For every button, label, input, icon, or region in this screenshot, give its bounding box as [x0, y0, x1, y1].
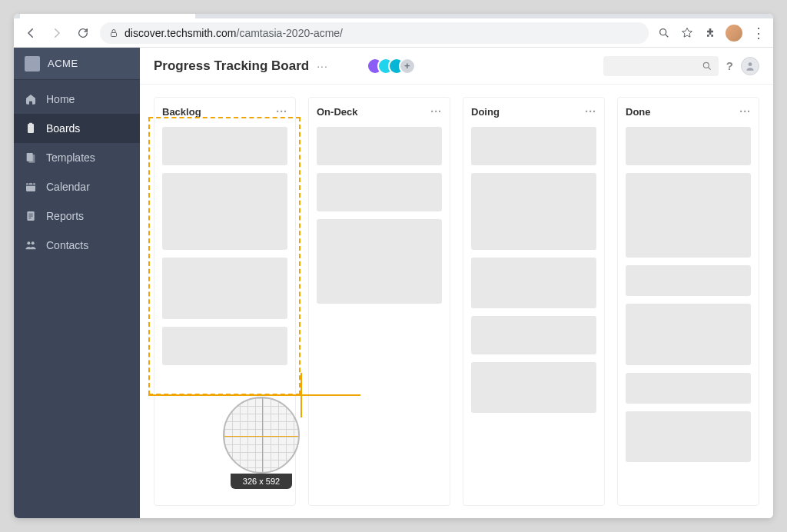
clipboard-icon — [25, 122, 37, 135]
card[interactable] — [317, 173, 442, 211]
card[interactable] — [317, 219, 442, 304]
svg-point-10 — [27, 241, 30, 244]
column-more-icon[interactable]: ··· — [739, 105, 751, 118]
svg-point-3 — [660, 28, 666, 35]
sidebar-item-label: Contacts — [46, 239, 88, 251]
sidebar-nav: HomeBoardsTemplatesCalendarReportsContac… — [14, 80, 140, 260]
card[interactable] — [626, 173, 751, 258]
column-doing: Doing··· — [463, 97, 605, 506]
main: Progress Tracking Board ··· + ? Backlog·… — [140, 48, 773, 518]
card[interactable] — [162, 258, 287, 319]
card[interactable] — [162, 327, 287, 365]
reports-icon — [25, 210, 37, 222]
browser-tab[interactable]: https://discover.techsmith.com/c × — [20, 14, 195, 18]
url-path: /camtasia-2020-acme/ — [237, 27, 344, 39]
card[interactable] — [471, 127, 596, 165]
column-title: Done — [626, 106, 651, 118]
card[interactable] — [626, 265, 751, 296]
search-icon — [702, 61, 712, 71]
app-root: ACME HomeBoardsTemplatesCalendarReportsC… — [14, 48, 773, 518]
address-bar[interactable]: discover.techsmith.com/camtasia-2020-acm… — [100, 22, 649, 44]
sidebar-item-home[interactable]: Home — [14, 85, 140, 114]
sidebar-item-label: Templates — [46, 151, 95, 164]
column-more-icon[interactable]: ··· — [276, 105, 287, 118]
svg-rect-2 — [111, 32, 117, 36]
tab-strip: https://discover.techsmith.com/c × — [14, 14, 773, 18]
search-input[interactable] — [603, 56, 719, 76]
sidebar-item-label: Reports — [46, 210, 84, 222]
column-done: Done··· — [617, 97, 759, 506]
home-icon — [25, 93, 37, 105]
zoom-icon[interactable] — [656, 25, 672, 41]
reload-button[interactable] — [74, 24, 92, 42]
column-title: Backlog — [162, 106, 201, 118]
column-more-icon[interactable]: ··· — [430, 105, 442, 118]
column-title: Doing — [471, 106, 500, 118]
brand-header[interactable]: ACME — [14, 48, 140, 80]
sidebar: ACME HomeBoardsTemplatesCalendarReportsC… — [14, 48, 140, 518]
column-on-deck: On-Deck··· — [308, 97, 450, 506]
card[interactable] — [471, 316, 596, 354]
card[interactable] — [317, 127, 442, 165]
column-header: Done··· — [626, 105, 751, 119]
sidebar-item-contacts[interactable]: Contacts — [14, 231, 140, 260]
add-collaborator-button[interactable]: + — [399, 58, 416, 75]
templates-icon — [25, 151, 37, 164]
card[interactable] — [162, 173, 287, 250]
contacts-icon — [25, 239, 37, 251]
collaborators: + — [367, 58, 416, 75]
svg-point-12 — [703, 62, 709, 68]
topbar: Progress Tracking Board ··· + ? — [140, 48, 773, 85]
svg-rect-4 — [28, 124, 34, 133]
brand-name: ACME — [48, 58, 78, 69]
column-title: On-Deck — [317, 106, 357, 118]
browser-menu-icon[interactable]: ⋮ — [750, 25, 765, 41]
svg-point-13 — [749, 62, 752, 66]
card[interactable] — [471, 362, 596, 413]
back-button[interactable] — [22, 24, 40, 42]
svg-rect-5 — [29, 123, 32, 125]
browser-toolbar: discover.techsmith.com/camtasia-2020-acm… — [14, 18, 773, 48]
title-more-icon[interactable]: ··· — [317, 60, 328, 72]
sidebar-item-calendar[interactable]: Calendar — [14, 172, 140, 201]
card[interactable] — [162, 127, 287, 165]
url-domain: discover.techsmith.com — [125, 27, 237, 39]
star-icon[interactable] — [679, 25, 695, 41]
new-tab-button[interactable] — [200, 14, 221, 17]
browser-window: https://discover.techsmith.com/c × di — [14, 14, 773, 518]
brand-logo — [25, 56, 40, 71]
calendar-icon — [25, 181, 37, 193]
sidebar-item-label: Boards — [46, 122, 80, 135]
card[interactable] — [626, 127, 751, 165]
card[interactable] — [626, 304, 751, 365]
card[interactable] — [626, 411, 751, 462]
extensions-icon[interactable] — [702, 25, 718, 41]
column-more-icon[interactable]: ··· — [585, 105, 596, 118]
sidebar-item-boards[interactable]: Boards — [14, 114, 140, 143]
svg-rect-7 — [28, 155, 35, 163]
column-header: On-Deck··· — [317, 105, 442, 119]
person-icon — [745, 61, 755, 71]
card[interactable] — [626, 373, 751, 404]
card[interactable] — [471, 258, 596, 308]
svg-rect-8 — [26, 183, 35, 191]
lock-icon — [109, 28, 118, 38]
user-avatar[interactable] — [741, 57, 759, 75]
forward-button[interactable] — [48, 24, 66, 42]
board: Backlog···On-Deck···Doing···Done··· — [140, 85, 773, 518]
help-button[interactable]: ? — [726, 59, 733, 72]
sidebar-item-reports[interactable]: Reports — [14, 201, 140, 231]
column-header: Backlog··· — [162, 105, 287, 119]
sidebar-item-label: Calendar — [46, 181, 90, 193]
column-header: Doing··· — [471, 105, 596, 119]
card[interactable] — [471, 173, 596, 250]
column-backlog: Backlog··· — [154, 97, 296, 506]
sidebar-item-templates[interactable]: Templates — [14, 143, 140, 172]
svg-point-11 — [32, 241, 35, 244]
sidebar-item-label: Home — [46, 93, 75, 105]
profile-avatar[interactable] — [726, 25, 742, 42]
page-title: Progress Tracking Board — [154, 58, 309, 74]
